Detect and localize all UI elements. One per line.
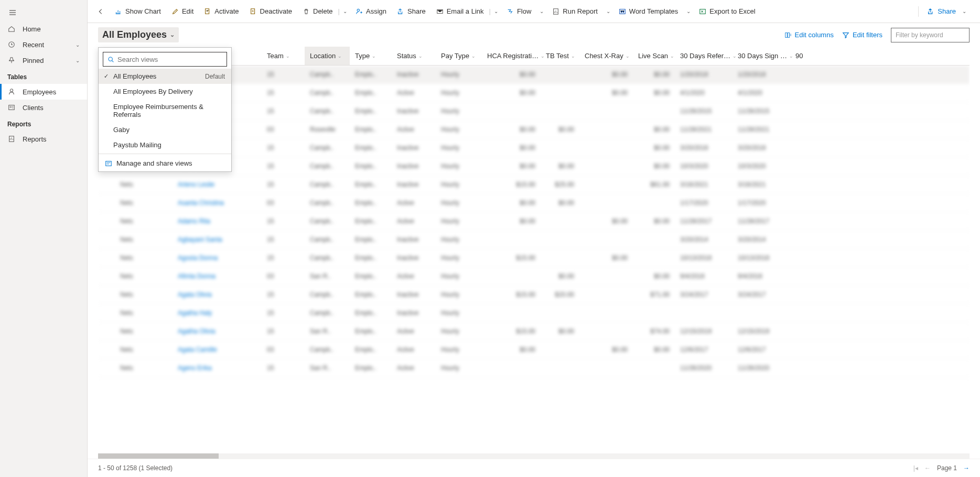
- chevron-down-icon: ⌄: [571, 53, 575, 59]
- delete-icon: [303, 8, 310, 15]
- sidebar-item-label: Recent: [23, 41, 44, 49]
- column-header-location[interactable]: Location⌄: [305, 47, 350, 65]
- sidebar-item-reports[interactable]: Reports: [0, 131, 87, 147]
- cmd-label: Deactivate: [260, 7, 292, 15]
- assign-button[interactable]: Assign: [350, 4, 392, 18]
- sidebar-item-recent[interactable]: Recent ⌄: [0, 37, 87, 52]
- run-report-icon: [552, 8, 559, 15]
- flow-chevron[interactable]: ⌄: [536, 8, 547, 14]
- share-icon: [397, 8, 404, 15]
- hamburger-button[interactable]: [0, 4, 87, 21]
- table-row[interactable]: NetsAgatha Olivia15San R..Emplo..ActiveH…: [98, 322, 970, 341]
- table-row[interactable]: NetsAgata Olivia15Campb..Emplo..Inactive…: [98, 286, 970, 304]
- run-report-button[interactable]: Run Report: [547, 4, 602, 18]
- sidebar-item-home[interactable]: Home: [0, 21, 87, 37]
- sidebar-section-tables: Tables: [0, 68, 87, 84]
- share-chevron[interactable]: ⌄: [959, 8, 970, 14]
- svg-rect-11: [700, 9, 706, 14]
- pager-prev-button[interactable]: ←: [924, 464, 931, 472]
- cmd-label: Run Report: [563, 7, 597, 15]
- export-excel-button[interactable]: Export to Excel: [694, 4, 760, 18]
- view-option-gaby[interactable]: Gaby: [99, 122, 231, 137]
- column-header-hca[interactable]: HCA Registrati…⌄: [482, 47, 541, 65]
- cmd-label: Word Templates: [629, 7, 678, 15]
- column-header-chestxray[interactable]: Chest X-Ray⌄: [579, 47, 633, 65]
- header-share-button[interactable]: Share ⌄: [921, 4, 976, 18]
- share-arrow-icon: [927, 8, 934, 15]
- table-row[interactable]: NetsAfimla Donna03San R..Emplo..ActiveHo…: [98, 267, 970, 286]
- deactivate-button[interactable]: Deactivate: [244, 4, 297, 18]
- flow-button[interactable]: Flow: [501, 4, 536, 18]
- view-option-label: Paystub Mailing: [113, 141, 161, 149]
- column-header-90[interactable]: 90: [790, 47, 806, 65]
- sidebar-item-employees[interactable]: Employees: [0, 84, 87, 100]
- assign-icon: [356, 8, 363, 15]
- contact-icon: [7, 103, 16, 112]
- table-row[interactable]: NetsAgens Erika15San R..Emplo..ActiveHou…: [98, 359, 970, 377]
- excel-icon: [699, 8, 706, 15]
- table-row[interactable]: NetsAgosta Donna15Campb..Emplo..Inactive…: [98, 249, 970, 267]
- column-header-team[interactable]: Team⌄: [262, 47, 305, 65]
- column-header-30days-refer[interactable]: 30 Days Refer…⌄: [675, 47, 733, 65]
- pager-first-button[interactable]: |◂: [913, 464, 918, 472]
- edit-columns-button[interactable]: Edit columns: [784, 31, 834, 39]
- view-option-all-employees[interactable]: ✓ All Employees Default: [99, 69, 231, 84]
- view-search[interactable]: [103, 52, 227, 67]
- view-search-input[interactable]: [117, 56, 222, 63]
- scrollbar-thumb[interactable]: [98, 453, 219, 459]
- email-chevron[interactable]: ⌄: [491, 8, 501, 14]
- chart-icon: [115, 8, 122, 15]
- column-header-type[interactable]: Type⌄: [350, 47, 392, 65]
- table-row[interactable]: NetsAgatha Haly15Campb..Emplo..InactiveH…: [98, 304, 970, 322]
- pager-next-button[interactable]: →: [963, 464, 970, 472]
- show-chart-button[interactable]: Show Chart: [110, 4, 166, 18]
- sidebar-item-pinned[interactable]: Pinned ⌄: [0, 52, 87, 68]
- word-templates-button[interactable]: Word Templates: [613, 4, 683, 18]
- view-option-reimbursements[interactable]: Employee Reimbursements & Referrals: [99, 99, 231, 122]
- email-link-button[interactable]: Email a Link: [431, 4, 489, 18]
- filter-input[interactable]: Filter by keyword: [891, 28, 970, 42]
- table-row[interactable]: NetsAgbayani Santa15Campb..Emplo..Inacti…: [98, 231, 970, 249]
- horizontal-scrollbar[interactable]: [98, 453, 970, 459]
- runreport-chevron[interactable]: ⌄: [603, 8, 613, 14]
- view-option-by-delivery[interactable]: All Employees By Delivery: [99, 84, 231, 99]
- cmd-label: Assign: [366, 7, 386, 15]
- columns-icon: [784, 31, 792, 39]
- manage-views-button[interactable]: Manage and share views: [99, 155, 231, 171]
- check-icon: ✓: [104, 73, 109, 80]
- sidebar-item-clients[interactable]: Clients: [0, 100, 87, 115]
- delete-button[interactable]: Delete: [297, 4, 338, 18]
- chevron-down-icon: ⌄: [286, 53, 290, 59]
- chevron-down-icon: ⌄: [626, 53, 630, 59]
- deactivate-icon: [250, 8, 257, 15]
- svg-rect-12: [785, 32, 787, 37]
- view-default-label: Default: [205, 73, 225, 80]
- column-header-30days-sign[interactable]: 30 Days Sign …⌄: [733, 47, 790, 65]
- activate-icon: [204, 8, 211, 15]
- view-option-label: Employee Reimbursements & Referrals: [113, 103, 225, 118]
- table-row[interactable]: NetsArteno Leslie15Campb..Emplo..Inactiv…: [98, 176, 970, 194]
- view-option-paystub[interactable]: Paystub Mailing: [99, 137, 231, 153]
- column-header-paytype[interactable]: Pay Type⌄: [436, 47, 482, 65]
- column-header-livescan[interactable]: Live Scan⌄: [633, 47, 675, 65]
- activate-button[interactable]: Activate: [199, 4, 244, 18]
- word-chevron[interactable]: ⌄: [683, 8, 694, 14]
- delete-chevron[interactable]: ⌄: [340, 8, 350, 14]
- table-row[interactable]: NetsAsanta Christina03Campb..Emplo..Acti…: [98, 194, 970, 212]
- menu-icon: [8, 8, 17, 17]
- column-header-tbtest[interactable]: TB Test⌄: [541, 47, 579, 65]
- column-header-status[interactable]: Status⌄: [392, 47, 436, 65]
- chevron-down-icon: ⌄: [471, 53, 476, 59]
- back-button[interactable]: [92, 5, 110, 18]
- chevron-down-icon: ⌄: [76, 42, 80, 48]
- edit-filters-button[interactable]: Edit filters: [842, 31, 882, 39]
- table-row[interactable]: NetsAdams Rita15Campb..Emplo..ActiveHour…: [98, 212, 970, 231]
- view-selector[interactable]: All Employees ⌄: [98, 27, 179, 42]
- clock-icon: [7, 40, 16, 49]
- record-count: 1 - 50 of 1258 (1 Selected): [98, 464, 173, 472]
- sidebar-item-label: Home: [23, 25, 41, 33]
- edit-button[interactable]: Edit: [166, 4, 199, 18]
- table-row[interactable]: NetsAgata Camille03Campb..Emplo..ActiveH…: [98, 341, 970, 359]
- share-button[interactable]: Share: [392, 4, 431, 18]
- view-bar: All Employees ⌄ Edit columns Edit filter…: [88, 23, 980, 47]
